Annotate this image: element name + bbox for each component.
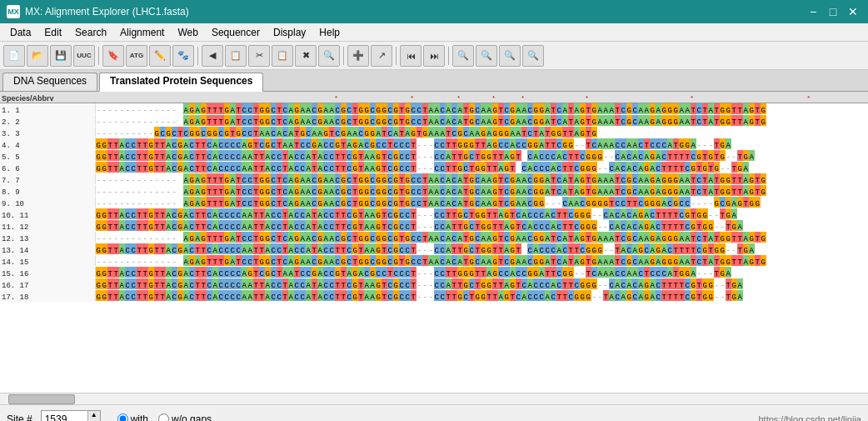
zoom-reset-button[interactable]: 🔍 <box>522 45 544 67</box>
menu-bar: Data Edit Search Alignment Web Sequencer… <box>0 23 868 42</box>
window-title: MX: Alignment Explorer (LHC1.fasta) <box>25 6 189 18</box>
menu-search[interactable]: Search <box>68 25 113 40</box>
zoom-in-button[interactable]: 🔍 <box>452 45 474 67</box>
new-button[interactable]: 📄 <box>3 45 25 67</box>
back-button[interactable]: ◀ <box>202 45 223 67</box>
menu-data[interactable]: Data <box>3 25 37 40</box>
next-button[interactable]: ⏭ <box>423 45 445 67</box>
find-button[interactable]: 🔍 <box>318 45 340 67</box>
menu-display[interactable]: Display <box>267 25 312 40</box>
menu-web[interactable]: Web <box>171 25 204 40</box>
menu-edit[interactable]: Edit <box>37 25 68 40</box>
menu-help[interactable]: Help <box>312 25 347 40</box>
site-label: Site # <box>7 413 32 422</box>
open-button[interactable]: 📂 <box>27 45 48 67</box>
menu-sequencer[interactable]: Sequencer <box>205 25 267 40</box>
save-button[interactable]: 💾 <box>50 45 72 67</box>
site-number-input[interactable] <box>42 413 87 422</box>
cut-button[interactable]: ✂ <box>248 45 270 67</box>
prev-button[interactable]: ⏮ <box>400 45 422 67</box>
sequence-container[interactable] <box>0 92 868 393</box>
without-gaps-option[interactable]: w/o gaps <box>158 413 212 422</box>
site-increment[interactable]: ▲ <box>88 411 100 419</box>
horizontal-scrollbar[interactable] <box>0 393 868 404</box>
atg-button[interactable]: ATG <box>126 45 147 67</box>
codon-button[interactable]: UUC <box>73 45 95 67</box>
arrow-button[interactable]: ↗ <box>371 45 392 67</box>
copy-button[interactable]: 📋 <box>225 45 247 67</box>
close-button[interactable]: ✕ <box>845 3 861 20</box>
tab-translated-protein[interactable]: Translated Protein Sequences <box>99 73 263 92</box>
watermark: https://blog.csdn.net/linjia <box>758 414 861 422</box>
menu-alignment[interactable]: Alignment <box>113 25 171 40</box>
delete-button[interactable]: ✖ <box>295 45 317 67</box>
site-spinners: ▲ ▼ <box>87 411 100 422</box>
app-icon: MX <box>7 5 20 18</box>
status-bar: Site # ▲ ▼ with w/o gaps https://blog.cs… <box>0 404 868 421</box>
zoom-out-button[interactable]: 🔍 <box>476 45 497 67</box>
gap-radio-group: with w/o gaps <box>117 413 212 422</box>
with-gaps-option[interactable]: with <box>117 413 148 422</box>
zoom-fit-button[interactable]: 🔍 <box>499 45 521 67</box>
sequence-canvas <box>0 92 868 305</box>
add-button[interactable]: ➕ <box>347 45 369 67</box>
flag-button[interactable]: 🔖 <box>102 45 124 67</box>
tab-dna-sequences[interactable]: DNA Sequences <box>2 73 97 91</box>
minimize-button[interactable]: − <box>805 3 821 20</box>
paw-button[interactable]: 🐾 <box>172 45 194 67</box>
title-bar: MX MX: Alignment Explorer (LHC1.fasta) −… <box>0 0 868 23</box>
maximize-button[interactable]: □ <box>825 3 841 20</box>
tab-bar: DNA Sequences Translated Protein Sequenc… <box>0 70 868 92</box>
edit-pen-button[interactable]: ✏️ <box>149 45 171 67</box>
site-input-wrap: ▲ ▼ <box>41 410 101 422</box>
paste-button[interactable]: 📋 <box>272 45 293 67</box>
toolbar: 📄 📂 💾 UUC 🔖 ATG ✏️ 🐾 ◀ 📋 ✂ 📋 ✖ 🔍 ➕ ↗ ⏮ ⏭… <box>0 42 868 70</box>
